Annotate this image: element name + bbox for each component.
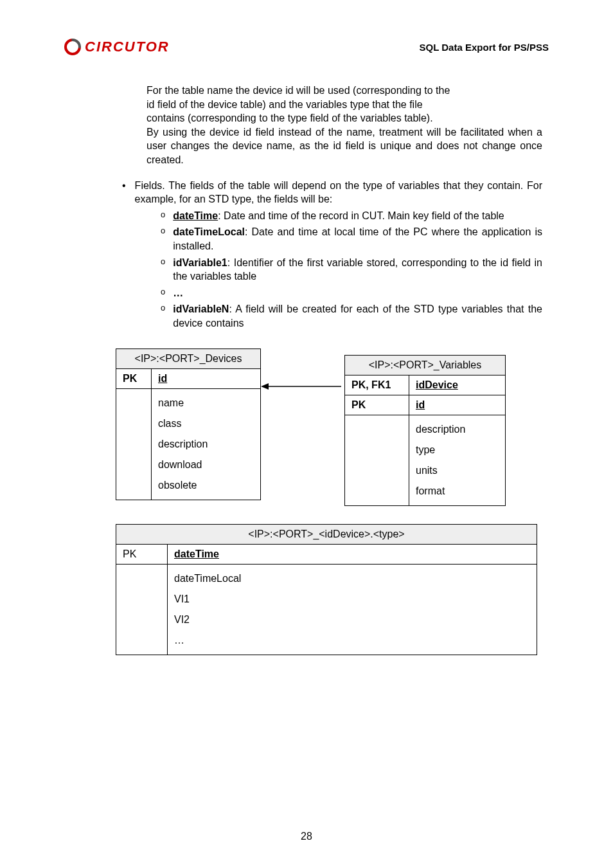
detail-dt: dateTime bbox=[168, 544, 537, 564]
field: name bbox=[158, 397, 184, 408]
field: dateTimeLocal bbox=[174, 573, 241, 584]
sub-bullet-text: idVariableN: A field will be created for… bbox=[173, 302, 542, 330]
detail-fields: dateTimeLocal VI1 VI2 … bbox=[168, 564, 537, 655]
sub-bullet-text: dateTime: Date and time of the record in… bbox=[173, 209, 504, 223]
field: type bbox=[416, 444, 435, 455]
detail-table: <IP>:<PORT>_<idDevice>.<type> PK dateTim… bbox=[116, 524, 537, 655]
empty-cell bbox=[116, 564, 168, 655]
sub-bullet-icon: o bbox=[161, 286, 165, 300]
detail-pk: PK bbox=[116, 544, 168, 564]
sub-bullet-text: … bbox=[173, 286, 183, 300]
para-line: By using the device id field instead of … bbox=[147, 127, 542, 165]
field: description bbox=[158, 439, 208, 449]
devices-pk: PK bbox=[116, 368, 152, 388]
devices-id: id bbox=[152, 368, 261, 388]
schema-tables-row: <IP>:<PORT>_Devices PK id name class des… bbox=[116, 348, 542, 506]
arrow-icon bbox=[261, 377, 344, 396]
sub-bullet-icon: o bbox=[161, 209, 165, 223]
field: format bbox=[416, 485, 445, 496]
sub-bullet-icon: o bbox=[161, 302, 165, 330]
variables-id: id bbox=[409, 395, 506, 415]
sub-bullet-text: idVariable1: Identifier of the first var… bbox=[173, 256, 542, 284]
devices-table-wrap: <IP>:<PORT>_Devices PK id name class des… bbox=[116, 348, 261, 500]
page: CIRCUTOR SQL Data Export for PS/PSS For … bbox=[0, 0, 613, 868]
para-line: id field of the device table) and the va… bbox=[147, 99, 423, 110]
bullet-text: Fields. The fields of the table will dep… bbox=[135, 179, 542, 206]
field: description bbox=[416, 424, 465, 435]
field: VI2 bbox=[174, 614, 190, 625]
sub-bullets: o dateTime: Date and time of the record … bbox=[161, 209, 542, 330]
relation-arrow bbox=[261, 348, 344, 396]
bullet-dot-icon: • bbox=[122, 179, 126, 206]
svg-marker-1 bbox=[261, 383, 269, 390]
brand-logo: CIRCUTOR bbox=[64, 39, 170, 55]
detail-table-wrap: <IP>:<PORT>_<idDevice>.<type> PK dateTim… bbox=[116, 524, 537, 655]
devices-table: <IP>:<PORT>_Devices PK id name class des… bbox=[116, 348, 261, 500]
devices-caption: <IP>:<PORT>_Devices bbox=[116, 348, 261, 368]
variables-pkfk: PK, FK1 bbox=[345, 375, 409, 395]
variables-iddevice: idDevice bbox=[409, 375, 506, 395]
document-title: SQL Data Export for PS/PSS bbox=[420, 42, 549, 53]
sub-bullet-icon: o bbox=[161, 225, 165, 253]
field: obsolete bbox=[158, 480, 197, 491]
brand-mark-icon bbox=[64, 39, 81, 55]
field: class bbox=[158, 418, 181, 429]
variables-table-wrap: <IP>:<PORT>_Variables PK, FK1 idDevice P… bbox=[344, 355, 506, 506]
page-number: 28 bbox=[0, 831, 613, 842]
field: units bbox=[416, 465, 438, 476]
empty-cell bbox=[345, 415, 409, 505]
intro-paragraph: For the table name the device id will be… bbox=[147, 84, 542, 167]
para-line: contains (corresponding to the type fiel… bbox=[147, 113, 433, 123]
sub-bullet-text: dateTimeLocal: Date and time at local ti… bbox=[173, 225, 542, 253]
variables-caption: <IP>:<PORT>_Variables bbox=[345, 355, 506, 375]
sub-bullet-icon: o bbox=[161, 256, 165, 284]
fields-bullet: • Fields. The fields of the table will d… bbox=[122, 179, 542, 206]
brand-text: CIRCUTOR bbox=[85, 39, 170, 55]
detail-caption: <IP>:<PORT>_<idDevice>.<type> bbox=[116, 524, 537, 544]
field: VI1 bbox=[174, 593, 190, 604]
para-line: For the table name the device id will be… bbox=[147, 85, 450, 96]
variables-fields: description type units format bbox=[409, 415, 506, 505]
devices-fields: name class description download obsolete bbox=[152, 388, 261, 500]
field: download bbox=[158, 459, 202, 470]
variables-pk: PK bbox=[345, 395, 409, 415]
empty-cell bbox=[116, 388, 152, 500]
variables-table: <IP>:<PORT>_Variables PK, FK1 idDevice P… bbox=[344, 355, 506, 506]
field: … bbox=[174, 635, 184, 646]
page-header: CIRCUTOR SQL Data Export for PS/PSS bbox=[64, 39, 549, 55]
